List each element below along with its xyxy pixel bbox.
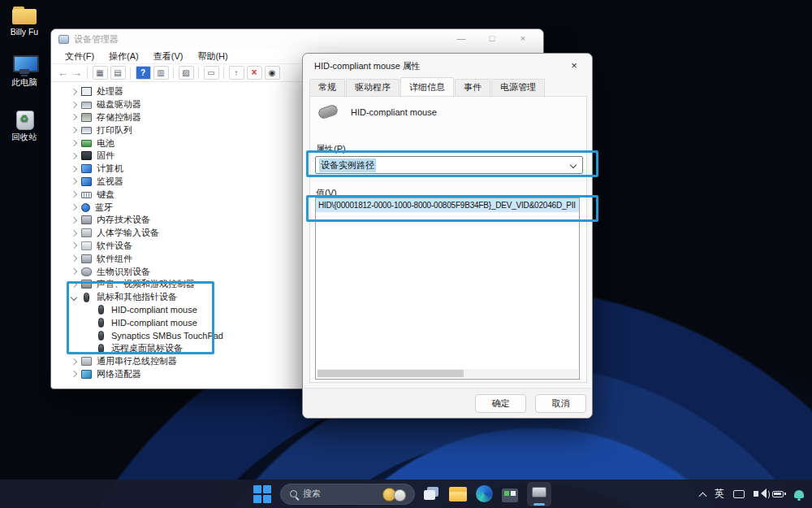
chevron-icon[interactable] — [70, 218, 81, 223]
toolbar-button[interactable]: ↑ — [229, 66, 244, 80]
dialog-tab[interactable]: 常规 — [309, 79, 345, 96]
desktop-icon-label: 此电脑 — [3, 77, 45, 89]
chevron-icon[interactable] — [70, 89, 81, 94]
cancel-button[interactable]: 取消 — [535, 394, 586, 413]
menu-item[interactable]: 文件(F) — [58, 50, 102, 63]
device-category-icon — [81, 228, 92, 237]
chevron-icon[interactable] — [70, 256, 81, 261]
chevron-icon[interactable] — [70, 231, 81, 236]
active-app-indicator — [533, 503, 545, 506]
file-explorer-icon[interactable] — [449, 487, 467, 501]
horizontal-scrollbar[interactable] — [317, 369, 578, 378]
chevron-icon[interactable] — [70, 115, 81, 119]
chevron-icon[interactable] — [70, 167, 81, 172]
value-list[interactable]: HID\{00001812-0000-1000-8000-00805F9B34F… — [315, 198, 580, 380]
toolbar-button[interactable]: → — [70, 67, 84, 79]
network-icon[interactable] — [733, 490, 745, 498]
volume-icon[interactable] — [754, 491, 758, 497]
search-box[interactable]: 搜索 — [280, 484, 415, 505]
chevron-icon[interactable] — [70, 141, 81, 145]
desktop-icon-billy-fu[interactable]: Billy Fu — [3, 7, 45, 37]
device-category-icon — [81, 254, 92, 263]
desktop: Billy Fu 此电脑 回收站 设备管理器 — □ × 文件(F) 操作(A)… — [0, 0, 812, 508]
annotation-box-value-row — [306, 195, 598, 222]
device-manager-taskbar-icon[interactable] — [527, 482, 551, 506]
toolbar-button[interactable]: ▭ — [204, 66, 219, 80]
toolbar-button[interactable] — [173, 67, 174, 79]
scrollbar-thumb[interactable] — [317, 370, 464, 377]
dialog-tab[interactable]: 事件 — [455, 79, 490, 96]
start-button[interactable] — [253, 485, 271, 503]
dialog-tab[interactable]: 驱动程序 — [346, 79, 400, 96]
battery-icon[interactable] — [772, 491, 784, 497]
tree-item-label: 内存技术设备 — [97, 214, 150, 226]
device-category-icon — [81, 87, 92, 96]
chevron-icon[interactable] — [70, 154, 81, 158]
dialog-title: HID-compliant mouse 属性 — [314, 60, 421, 72]
this-pc-icon — [13, 55, 36, 75]
dialog-titlebar[interactable]: HID-compliant mouse 属性 — [303, 54, 592, 78]
taskbar: 搜索 英 — [0, 480, 812, 508]
tree-item-label: 网络适配器 — [97, 368, 141, 380]
ok-button[interactable]: 确定 — [475, 394, 526, 413]
maximize-button[interactable]: □ — [477, 29, 508, 49]
toolbar-button[interactable]: ▥ — [153, 66, 169, 80]
toolbar-button[interactable]: ◉ — [265, 66, 280, 80]
tree-item-label: 固件 — [97, 150, 114, 162]
toolbar-button[interactable]: ▦ — [93, 66, 108, 80]
notification-bell-icon[interactable] — [794, 490, 804, 498]
tree-item-label: 磁盘驱动器 — [97, 98, 141, 111]
tree-item-label: 监视器 — [97, 176, 123, 188]
store-icon[interactable] — [502, 488, 518, 502]
toolbar-button[interactable]: ? — [136, 66, 151, 80]
chevron-icon[interactable] — [70, 371, 81, 376]
device-category-icon — [81, 267, 92, 276]
toolbar-button[interactable]: ▧ — [179, 66, 194, 80]
search-highlight-icon-2 — [394, 489, 406, 501]
ime-indicator[interactable]: 英 — [715, 487, 724, 501]
folder-icon — [12, 7, 37, 24]
device-category-icon — [81, 177, 92, 186]
hidden-icons-chevron[interactable] — [699, 491, 706, 497]
taskbar-center: 搜索 — [253, 480, 551, 508]
window-title: 设备管理器 — [74, 33, 119, 46]
desktop-icon-label: 回收站 — [3, 132, 45, 143]
chevron-icon[interactable] — [70, 192, 81, 197]
device-category-icon — [81, 370, 92, 379]
device-category-icon — [81, 113, 92, 122]
dialog-tab[interactable]: 详细信息 — [400, 77, 454, 96]
edge-browser-icon[interactable] — [476, 485, 493, 502]
chevron-icon[interactable] — [70, 179, 81, 184]
chevron-icon[interactable] — [70, 359, 81, 364]
toolbar-button[interactable]: × — [247, 66, 262, 80]
device-category-icon — [81, 127, 92, 134]
desktop-icon-label: Billy Fu — [3, 27, 45, 37]
menu-item[interactable]: 帮助(H) — [190, 50, 235, 63]
tree-item-label: 生物识别设备 — [97, 266, 150, 278]
chevron-icon[interactable] — [70, 102, 81, 107]
device-header: HID-compliant mouse — [318, 106, 437, 117]
tree-item-label: 通用串行总线控制器 — [97, 355, 177, 367]
desktop-icon-this-pc[interactable]: 此电脑 — [3, 55, 45, 89]
tree-item-label: 软件设备 — [97, 240, 132, 252]
toolbar-button[interactable] — [87, 67, 88, 79]
toolbar-button[interactable] — [223, 67, 224, 79]
dialog-footer: 确定 取消 — [303, 388, 592, 418]
device-category-icon — [81, 164, 92, 173]
task-view-button[interactable] — [424, 487, 440, 501]
chevron-icon[interactable] — [70, 128, 81, 132]
toolbar-button[interactable] — [198, 67, 199, 79]
minimize-button[interactable]: — — [446, 29, 477, 49]
close-button[interactable]: × — [508, 29, 538, 49]
chevron-icon[interactable] — [70, 269, 81, 274]
dialog-close-button[interactable]: × — [564, 57, 584, 75]
toolbar-button[interactable]: ← — [56, 67, 70, 79]
toolbar-button[interactable] — [130, 67, 131, 79]
chevron-icon[interactable] — [70, 205, 81, 210]
desktop-icon-recycle-bin[interactable]: 回收站 — [3, 108, 45, 143]
chevron-icon[interactable] — [70, 243, 81, 248]
menu-item[interactable]: 查看(V) — [146, 50, 191, 63]
menu-item[interactable]: 操作(A) — [102, 50, 146, 63]
toolbar-button[interactable]: ▤ — [110, 66, 126, 80]
dialog-tab[interactable]: 电源管理 — [491, 79, 545, 96]
